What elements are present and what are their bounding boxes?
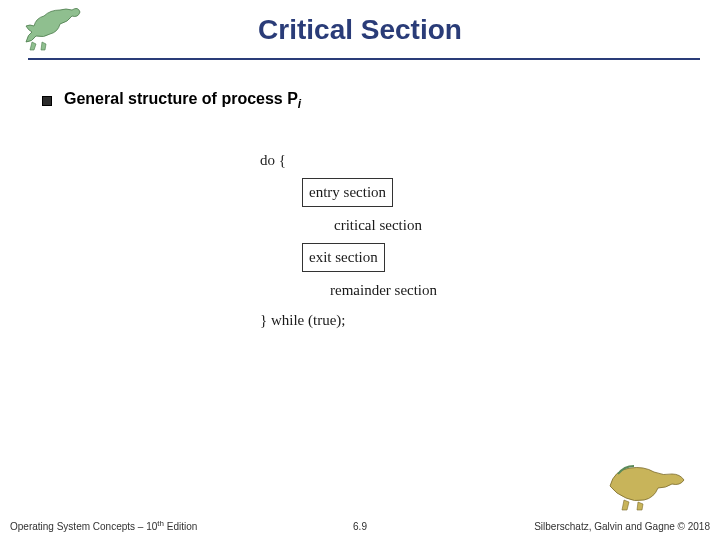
code-critical-section: critical section [334,213,437,237]
code-entry-section: entry section [302,178,437,207]
entry-box: entry section [302,178,393,207]
title-underline [28,58,700,60]
code-do-open: do { [260,148,437,172]
process-symbol: P [287,90,298,107]
slide-header: Critical Section [0,0,720,66]
slide-title: Critical Section [0,14,720,46]
code-while-close: } while (true); [260,308,437,332]
slide-footer: Operating System Concepts – 10th Edition… [0,514,720,532]
code-remainder-section: remainder section [330,278,437,302]
bullet-text-prefix: General structure of process [64,90,287,107]
dinosaur-icon [604,456,688,512]
bullet-square-icon [42,96,52,106]
bullet-text: General structure of process Pi [64,90,301,111]
slide-content: General structure of process Pi [42,90,680,111]
bullet-item: General structure of process Pi [42,90,680,111]
footer-copyright: Silberschatz, Galvin and Gagne © 2018 [534,521,710,532]
process-subscript: i [298,97,301,111]
code-exit-section: exit section [302,243,437,272]
code-structure: do { entry section critical section exit… [260,148,437,338]
exit-box: exit section [302,243,385,272]
slide: Critical Section General structure of pr… [0,0,720,540]
